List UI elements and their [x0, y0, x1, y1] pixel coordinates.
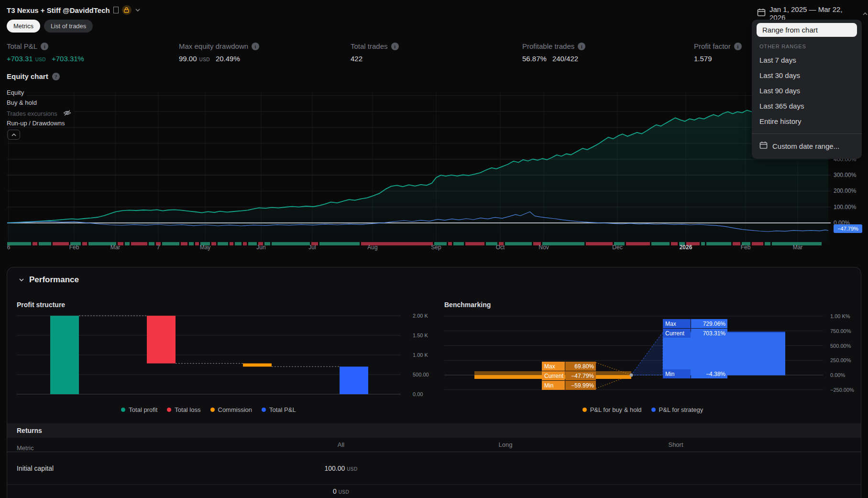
svg-text:Jun: Jun: [256, 244, 265, 251]
svg-text:2.00 K: 2.00 K: [413, 313, 428, 319]
equity-chart-canvas[interactable]: 400.00%300.00%200.00%100.00%0.00%6FebMar…: [0, 86, 868, 252]
menu-item-last-30-days[interactable]: Last 30 days: [752, 67, 862, 83]
svg-text:6: 6: [7, 244, 11, 251]
calendar-icon: [757, 8, 766, 19]
menu-divider: [752, 133, 862, 134]
strategy-menu-chevron-down-icon[interactable]: [135, 8, 141, 12]
stat-unit: USD: [199, 57, 210, 62]
svg-text:Max: Max: [544, 363, 555, 370]
legend-label: P&L for strategy: [659, 406, 703, 413]
menu-item-last-90-days[interactable]: Last 90 days: [752, 83, 862, 98]
legend-item[interactable]: Commission: [210, 406, 253, 413]
legend-item[interactable]: Total P&L: [262, 406, 296, 413]
stat-value: +703.31: [7, 55, 33, 63]
svg-text:−47.79%: −47.79%: [571, 373, 594, 379]
col-metric: Metric: [17, 444, 33, 452]
menu-item-range-from-chart[interactable]: Range from chart: [757, 23, 857, 37]
svg-text:750.00%: 750.00%: [830, 328, 851, 334]
performance-title: Performance: [29, 275, 79, 285]
svg-text:Min: Min: [665, 371, 674, 377]
legend-label: Commission: [218, 406, 253, 413]
menu-item-entire-history[interactable]: Entire history: [752, 113, 862, 129]
benchmarking-chart-canvas[interactable]: 1.00 K%750.00%500.00%250.00%0.00%−250.00…: [444, 311, 868, 419]
stat-value2: 20.49%: [216, 55, 240, 63]
stat-label: Max equity drawdown: [179, 42, 248, 50]
svg-text:500.00: 500.00: [413, 372, 429, 377]
legend-label: P&L for buy & hold: [590, 406, 642, 413]
performance-card: Performance Profit structure Benchmarkin…: [7, 267, 861, 498]
legend-item[interactable]: Total loss: [167, 406, 200, 413]
svg-text:500.00%: 500.00%: [830, 343, 851, 349]
row-unit: USD: [339, 489, 349, 495]
legend-label: Total loss: [175, 406, 200, 413]
legend-item[interactable]: Total profit: [121, 406, 157, 413]
buy-hold-last-value-badge: −47.79%: [834, 224, 862, 233]
performance-section-header[interactable]: Performance: [19, 275, 79, 285]
tab-list-of-trades[interactable]: List of trades: [44, 20, 93, 33]
svg-text:7: 7: [157, 244, 160, 251]
legend-dot: [167, 408, 171, 412]
stat-value: 56.87%: [522, 55, 547, 63]
menu-item-last-365-days[interactable]: Last 365 days: [752, 98, 862, 113]
date-range-dropdown: Range from chart OTHER RANGES Last 7 day…: [752, 20, 862, 159]
legend-item-equity[interactable]: Equity: [7, 89, 27, 96]
svg-text:Feb: Feb: [741, 244, 751, 251]
chevron-down-icon: [19, 278, 24, 282]
svg-text:Min: Min: [544, 382, 553, 389]
svg-text:−4.38%: −4.38%: [706, 371, 725, 377]
view-tabs: Metrics List of trades: [7, 20, 93, 33]
protected-script-lock-icon[interactable]: [122, 5, 132, 15]
info-icon[interactable]: i: [41, 43, 48, 50]
benchmarking-legend: P&L for buy & holdP&L for strategy: [444, 406, 841, 413]
legend-label: Total profit: [129, 406, 157, 413]
legend-item-runup-drawdowns[interactable]: Run-up / Drawdowns: [7, 120, 67, 127]
svg-text:Mar: Mar: [793, 244, 803, 251]
menu-group-label: OTHER RANGES: [759, 44, 854, 49]
strategy-title: T3 Nexus + Stiff @DaviddTech: [7, 6, 110, 14]
svg-text:Current: Current: [665, 330, 685, 337]
svg-text:Aug: Aug: [367, 244, 377, 251]
calendar-icon: [759, 141, 768, 151]
menu-item-last-7-days[interactable]: Last 7 days: [752, 52, 862, 67]
profit-structure-chart-canvas[interactable]: 2.00 K1.50 K1.00 K500.000.00: [10, 311, 436, 419]
svg-text:200.00%: 200.00%: [834, 188, 857, 194]
table-row-initial-capital: Initial capital 100.00USD: [7, 452, 861, 485]
row-value: 0: [333, 487, 337, 495]
chevron-up-icon: [862, 9, 868, 18]
legend-item[interactable]: P&L for buy & hold: [582, 406, 642, 413]
returns-section-header: Returns: [7, 423, 861, 438]
svg-text:703.31%: 703.31%: [703, 330, 726, 337]
col-all: All: [338, 441, 344, 448]
col-long: Long: [499, 441, 513, 448]
svg-text:1.00 K: 1.00 K: [413, 352, 428, 358]
table-row-open-pnl: Open P&L 0USD: [7, 485, 861, 498]
menu-item-custom-date-range[interactable]: Custom date range...: [752, 139, 862, 153]
strategy-title-row: T3 Nexus + Stiff @DaviddTech: [7, 5, 141, 15]
legend-item-buy-and-hold[interactable]: Buy & hold: [7, 99, 40, 106]
date-range-control[interactable]: Jan 1, 2025 — Mar 22, 2026: [757, 5, 868, 22]
stat-label: Total trades: [351, 42, 388, 50]
stat-value2: 240/422: [552, 55, 578, 63]
info-icon[interactable]: i: [252, 43, 259, 50]
row-unit: USD: [347, 466, 357, 472]
info-icon[interactable]: i: [578, 43, 585, 50]
stat-unit: USD: [35, 57, 46, 62]
stat-total-trades: Total tradesi 422: [351, 42, 399, 63]
help-icon[interactable]: ?: [52, 73, 60, 80]
info-icon[interactable]: i: [391, 43, 399, 50]
svg-text:0.00: 0.00: [413, 391, 423, 397]
info-icon[interactable]: i: [734, 43, 742, 50]
svg-text:Sep: Sep: [431, 244, 441, 251]
eye-off-icon[interactable]: [63, 110, 71, 118]
collapse-chart-button[interactable]: [7, 130, 20, 140]
stat-label: Total P&L: [7, 42, 37, 50]
svg-text:Nov: Nov: [538, 244, 549, 251]
row-value: 100.00: [324, 465, 345, 472]
legend-item-trades-excursions[interactable]: Trades excursions: [7, 110, 74, 118]
stat-value: 1.579: [694, 55, 712, 63]
profit-structure-title: Profit structure: [17, 301, 65, 309]
svg-text:−59.99%: −59.99%: [571, 382, 594, 389]
legend-item[interactable]: P&L for strategy: [651, 406, 703, 413]
stat-max-drawdown: Max equity drawdowni 99.00USD20.49%: [179, 42, 259, 63]
tab-metrics[interactable]: Metrics: [7, 20, 40, 33]
